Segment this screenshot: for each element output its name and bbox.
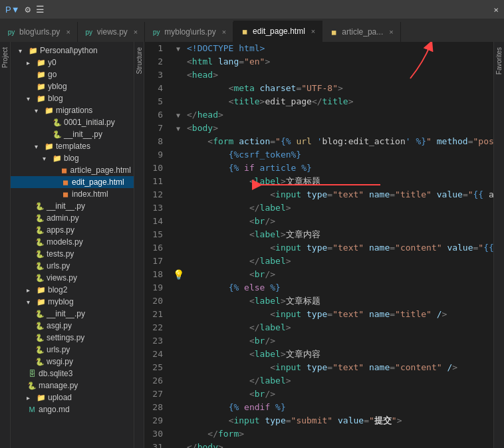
sidebar-item-index-html[interactable]: ◼ index.html [11,188,134,200]
fold-empty-15 [172,228,184,241]
file-icon-urls-blog: 🐍 [35,262,45,271]
gutter-bulb-18[interactable]: 💡 [172,268,184,281]
tab-close-myblog-urls[interactable]: × [222,28,226,36]
folder-icon-migrations: 📁 [44,106,55,115]
project-icon[interactable]: P▼ [5,5,20,15]
fold-empty-1 [172,55,184,68]
sidebar-item-admin[interactable]: 🐍 admin.py [11,212,134,224]
structure-panel-label[interactable]: Structure [136,47,143,74]
fold-empty-17 [172,255,184,268]
tab-close-edit-page[interactable]: × [311,27,315,35]
favorites-panel-label[interactable]: Favorites [495,47,503,74]
sidebar-item-init-myblog[interactable]: 🐍 __init__.py [11,308,134,320]
sidebar-item-blog-templates[interactable]: ▾ 📁 blog [11,152,134,164]
sidebar-item-manage[interactable]: 🐍 manage.py [11,380,134,392]
sidebar-item-urls-blog[interactable]: 🐍 urls.py [11,260,134,272]
sidebar-item-models[interactable]: 🐍 models.py [11,236,134,248]
sidebar-label-blog-templates: blog [64,154,79,163]
sidebar-label-migration-file: 0001_initial.py [64,118,115,127]
settings-icon[interactable]: ⚙ [25,4,31,15]
code-line-21: <input type="text" name="title" /> [187,308,493,321]
arrow-blog2: ▸ [27,286,36,294]
sidebar-item-urls-myblog[interactable]: 🐍 urls.py [11,344,134,356]
sidebar-item-myblog[interactable]: 📁 yblog [11,80,134,92]
arrow-blog: ▾ [27,95,36,102]
tab-close-article-page[interactable]: × [389,28,393,36]
tab-icon-blog-urls: py [7,27,16,37]
project-panel-label[interactable]: Project [1,47,9,68]
sidebar-item-article-page-html[interactable]: ◼ article_page.html [11,164,134,176]
sidebar-item-go[interactable]: 📁 go [11,68,134,80]
sidebar-item-db[interactable]: 🗄 db.sqlite3 [11,368,134,380]
hamburger-icon[interactable]: ☰ [36,4,45,15]
sidebar-item-apps[interactable]: 🐍 apps.py [11,224,134,236]
sidebar-label-root: Personal\python [40,46,98,55]
left-panel: Project [0,42,11,448]
line-num-18: 18 [144,268,167,281]
title-bar: P▼ ⚙ ☰ × [0,0,504,19]
code-line-19: {% else %} [187,281,493,294]
tab-close-views[interactable]: × [134,28,138,36]
fold-6[interactable]: ▼ [172,108,184,122]
sidebar-label-db: db.sqlite3 [39,369,72,378]
sidebar-item-blog2[interactable]: ▸ 📁 blog2 [11,284,134,296]
sidebar-label-admin: admin.py [47,213,79,223]
file-icon-apps: 🐍 [35,226,45,235]
sidebar-label-go: go [48,70,57,79]
sidebar-item-asgi[interactable]: 🐍 asgi.py [11,320,134,332]
file-icon-views-blog: 🐍 [35,274,45,282]
tab-article-page[interactable]: ◼ article_pa... × [322,22,400,42]
sidebar-label-urls-blog: urls.py [47,261,70,271]
editor-area: 1 2 3 4 5 6 7 8 9 10 11 12 13 14 15 16 1… [144,42,504,448]
tab-blog-urls[interactable]: py blog\urls.py × [0,22,78,42]
tab-icon-article-page: ◼ [329,27,338,37]
fold-7[interactable]: ▼ [172,122,184,135]
tab-myblog-urls[interactable]: py myblog\urls.py × [145,22,233,42]
window-close[interactable]: × [493,5,499,15]
sidebar-label-edit-page-html: edit_page.html [72,177,124,187]
sidebar-item-tests[interactable]: 🐍 tests.py [11,248,134,260]
line-num-25: 25 [144,361,167,374]
sidebar-label-urls-myblog: urls.py [47,345,70,354]
line-num-24: 24 [144,348,167,361]
sidebar-label-templates: templates [56,142,90,151]
sidebar-item-blog[interactable]: ▾ 📁 blog [11,92,134,104]
fold-3[interactable]: ▼ [172,42,184,55]
sidebar-label-views-blog: views.py [47,273,77,282]
sidebar-item-init-migrations[interactable]: 🐍 __init__.py [11,128,134,140]
sidebar-item-myblog2[interactable]: ▾ 📁 myblog [11,296,134,308]
sidebar-item-root[interactable]: ▾ 📁 Personal\python [11,45,134,56]
sidebar-item-settings[interactable]: 🐍 settings.py [11,332,134,344]
code-line-4: <meta charset="UTF-8"> [187,82,493,95]
line-num-26: 26 [144,374,167,388]
sidebar-item-views-blog[interactable]: 🐍 views.py [11,272,134,284]
tab-views[interactable]: py views.py × [78,22,145,42]
sidebar-item-migrations[interactable]: ▾ 📁 migrations [11,104,134,116]
sidebar-item-templates[interactable]: ▾ 📁 templates [11,140,134,152]
sidebar-item-init-blog[interactable]: 🐍 __init__.py [11,200,134,212]
sidebar-item-edit-page-html[interactable]: ◼ edit_page.html [11,176,134,188]
sidebar-item-migration-file[interactable]: 🐍 0001_initial.py [11,116,134,128]
file-icon-init-migrations: 🐍 [52,130,63,139]
code-editor[interactable]: <!DOCTYPE html> <html lang="en"> <head> … [184,42,493,448]
sidebar-item-y0[interactable]: ▸ 📁 y0 [11,56,134,68]
file-icon-ango: M [27,405,37,413]
code-head-open: < [187,68,192,82]
code-line-7: <body> [187,122,493,135]
line-num-13: 13 [144,201,167,215]
tab-bar: py blog\urls.py × py views.py × py myblo… [0,19,504,42]
sidebar-item-wsgi[interactable]: 🐍 wsgi.py [11,356,134,368]
line-num-27: 27 [144,388,167,401]
line-num-8: 8 [144,135,167,148]
sidebar-item-ango[interactable]: M ango.md [11,403,134,415]
folder-icon-root: 📁 [28,47,39,55]
code-line-6: </head> [187,108,493,122]
file-icon-settings: 🐍 [35,334,45,342]
fold-empty-10 [172,162,184,175]
tab-close-blog-urls[interactable]: × [66,28,70,36]
sidebar-label-blog: blog [48,94,63,103]
sidebar-item-upload[interactable]: ▸ 📁 upload [11,392,134,403]
tab-edit-page[interactable]: ◼ edit_page.html × [233,21,322,42]
sidebar-label-ango: ango.md [39,405,70,414]
code-line-8: <form action="{% url 'blog:edit_action' … [187,135,493,148]
